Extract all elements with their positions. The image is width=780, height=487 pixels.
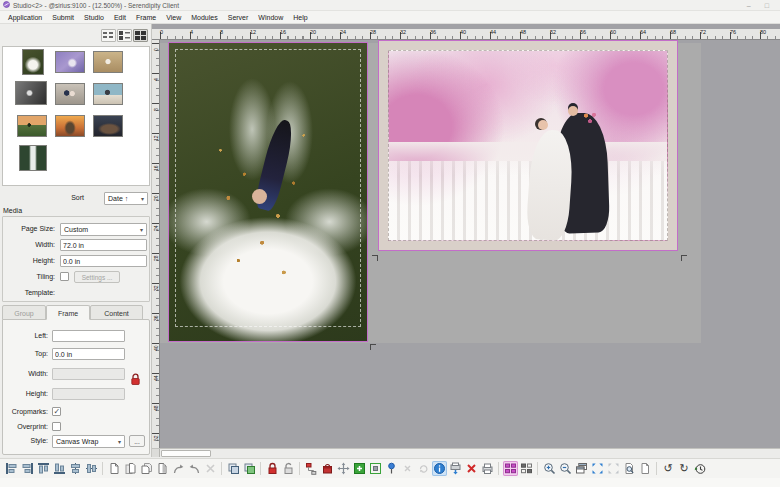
redo-step-icon[interactable] — [171, 461, 186, 476]
media-grid-active-icon[interactable] — [503, 461, 518, 476]
cascade-windows-icon[interactable] — [574, 461, 589, 476]
scrollbar-left-stub[interactable] — [152, 449, 160, 457]
align-center-horizontal-icon[interactable] — [68, 461, 83, 476]
center-content-icon[interactable] — [368, 461, 383, 476]
scrollbar-thumb[interactable] — [161, 450, 211, 457]
menu-help[interactable]: Help — [288, 14, 312, 21]
view-small-thumbs-button[interactable] — [101, 29, 116, 42]
frame-top-input[interactable] — [52, 348, 125, 360]
style-more-button[interactable]: ... — [129, 435, 145, 447]
menu-application[interactable]: Application — [3, 14, 47, 21]
overprint-checkbox[interactable] — [52, 422, 61, 431]
style-dropdown[interactable]: Canvas Wrap — [52, 435, 125, 448]
route-to-printer-icon[interactable] — [304, 461, 319, 476]
export-print-icon[interactable] — [448, 461, 463, 476]
menu-studio[interactable]: Studio — [79, 14, 109, 21]
tab-frame[interactable]: Frame — [46, 305, 90, 320]
undo-step-icon[interactable] — [187, 461, 202, 476]
zoom-out-icon[interactable] — [558, 461, 573, 476]
menu-window[interactable]: Window — [253, 14, 288, 21]
align-right-icon[interactable] — [20, 461, 35, 476]
menu-frame[interactable]: Frame — [131, 14, 161, 21]
unlock-frame-icon[interactable] — [281, 461, 296, 476]
delete-frame-icon[interactable] — [464, 461, 479, 476]
blue-suit-couple-thumbnail[interactable] — [55, 83, 85, 105]
toolbar-separator — [299, 462, 300, 475]
align-top-icon[interactable] — [36, 461, 51, 476]
h-ruler-number: 8 — [220, 29, 223, 35]
ungroup-frames-icon[interactable] — [242, 461, 257, 476]
mirror-frame-icon[interactable] — [155, 461, 170, 476]
media-grid-icon[interactable] — [519, 461, 534, 476]
menu-view[interactable]: View — [161, 14, 186, 21]
h-ruler-number: 72 — [700, 29, 706, 35]
duplicate-frame-icon[interactable] — [123, 461, 138, 476]
media-height-input[interactable] — [60, 255, 147, 267]
bridal-dress-overhead-thumbnail[interactable] — [22, 49, 44, 75]
media-width-input[interactable] — [60, 239, 147, 251]
menu-submit[interactable]: Submit — [47, 14, 79, 21]
portrait-canvas-frame[interactable] — [168, 42, 368, 342]
align-left-icon[interactable] — [4, 461, 19, 476]
v-ruler-number: 36 — [153, 315, 159, 321]
toolbar-separator — [102, 462, 103, 475]
new-frame-icon[interactable] — [107, 461, 122, 476]
thumbnail-browser — [2, 46, 150, 186]
menu-modules[interactable]: Modules — [186, 14, 222, 21]
view-medium-thumbs-button[interactable] — [117, 29, 132, 42]
frame-left-input[interactable] — [52, 330, 125, 342]
beach-couple-thumbnail[interactable] — [93, 83, 123, 105]
cropmarks-checkbox[interactable] — [52, 407, 61, 416]
add-frame-icon[interactable] — [352, 461, 367, 476]
horizontal-scrollbar[interactable] — [152, 448, 780, 457]
menu-server[interactable]: Server — [223, 14, 254, 21]
h-ruler-number: 4 — [190, 29, 193, 35]
aspect-lock-icon[interactable] — [130, 373, 141, 387]
h-ruler-number: 76 — [730, 29, 736, 35]
toolbar-separator — [537, 462, 538, 475]
revert-history-icon[interactable] — [693, 461, 708, 476]
redo-icon[interactable]: ↻ — [677, 461, 692, 476]
undo-icon[interactable]: ↺ — [661, 461, 676, 476]
h-ruler-number: 64 — [640, 29, 646, 35]
frame-info-icon[interactable] — [432, 461, 447, 476]
maximize-button[interactable]: □ — [765, 2, 769, 9]
tab-content[interactable]: Content — [90, 305, 143, 320]
h-ruler-number: 56 — [580, 29, 586, 35]
bw-wedding-scene-thumbnail[interactable] — [15, 81, 47, 105]
h-ruler-number: 80 — [760, 29, 766, 35]
view-large-thumbs-button[interactable] — [133, 29, 148, 42]
copy-frame-icon[interactable] — [139, 461, 154, 476]
palm-sunset-field-thumbnail[interactable] — [17, 115, 47, 137]
page-size-dropdown[interactable]: Custom — [60, 223, 147, 236]
purple-blossom-couple-thumbnail[interactable] — [55, 51, 85, 73]
fit-to-window-icon[interactable] — [590, 461, 605, 476]
tab-group[interactable]: Group — [2, 305, 46, 320]
lock-frame-icon[interactable] — [265, 461, 280, 476]
print-icon[interactable] — [480, 461, 495, 476]
minimize-button[interactable]: – — [747, 2, 751, 9]
new-page-icon[interactable] — [638, 461, 653, 476]
vertical-ruler: 0481216202428323640444852 — [152, 40, 160, 448]
tiling-checkbox[interactable] — [60, 272, 69, 281]
landscape-canvas-frame[interactable] — [378, 40, 678, 251]
zoom-in-icon[interactable] — [542, 461, 557, 476]
sort-dropdown[interactable]: Date ↑ — [104, 192, 148, 205]
pin-frame-icon[interactable] — [384, 461, 399, 476]
field-couple-thumbnail[interactable] — [93, 51, 123, 73]
menu-edit[interactable]: Edit — [109, 14, 131, 21]
submit-job-icon[interactable] — [320, 461, 335, 476]
move-frame-icon[interactable] — [336, 461, 351, 476]
h-ruler-number: 48 — [520, 29, 526, 35]
group-frames-icon[interactable] — [226, 461, 241, 476]
toolbar-separator — [221, 462, 222, 475]
align-center-vertical-icon[interactable] — [84, 461, 99, 476]
waterfall-thumbnail[interactable] — [19, 145, 47, 171]
clear-disabled-icon — [400, 461, 415, 476]
refresh-disabled-icon — [416, 461, 431, 476]
align-bottom-icon[interactable] — [52, 461, 67, 476]
preview-page-icon[interactable] — [622, 461, 637, 476]
status-strip — [0, 478, 780, 487]
dark-coast-rock-thumbnail[interactable] — [93, 115, 123, 137]
castle-sunset-thumbnail[interactable] — [55, 115, 85, 137]
